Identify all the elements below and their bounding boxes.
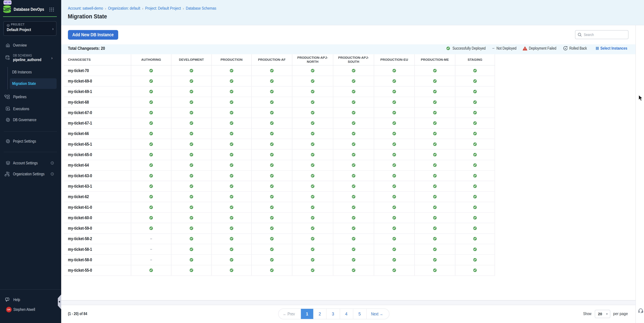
svg-text:?: ? [7,298,8,300]
